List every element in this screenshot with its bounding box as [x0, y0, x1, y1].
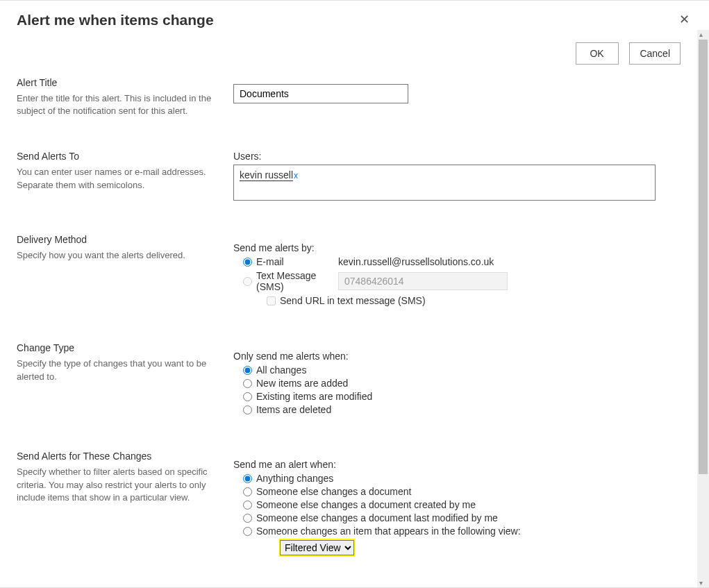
delivery-email-value: kevin.russell@russellsolutions.co.uk — [338, 256, 494, 267]
section-change-type: Change Type Specify the type of changes … — [17, 342, 681, 417]
alert-title-heading: Alert Title — [17, 77, 217, 88]
section-send-to: Send Alerts To You can enter user names … — [17, 151, 681, 201]
scrollbar-down-icon[interactable]: ▾ — [699, 579, 703, 587]
delivery-email-radio[interactable] — [243, 258, 252, 267]
vertical-scrollbar[interactable]: ▴ ▾ — [697, 30, 709, 587]
alertfor-someone-else-radio[interactable] — [243, 487, 252, 496]
alertfor-inview-label: Someone changes an item that appears in … — [256, 526, 521, 537]
alert-for-label: Send me an alert when: — [233, 459, 681, 470]
delivery-sms-label: Text Message (SMS) — [256, 270, 338, 292]
delivery-desc: Specify how you want the alerts delivere… — [17, 249, 217, 262]
dialog-button-row: OK Cancel — [17, 38, 681, 77]
alert-dialog: Alert me when items change ✕ OK Cancel A… — [0, 0, 709, 588]
dialog-body: OK Cancel Alert Title Enter the title fo… — [0, 30, 697, 587]
users-people-picker[interactable]: kevin russellx — [233, 165, 656, 201]
change-modified-label: Existing items are modified — [256, 391, 372, 402]
change-all-label: All changes — [256, 364, 306, 376]
send-to-desc: You can enter user names or e-mail addre… — [17, 166, 217, 191]
delivery-sms-input — [338, 272, 508, 290]
change-type-label: Only send me alerts when: — [233, 351, 681, 362]
cancel-button[interactable]: Cancel — [629, 42, 681, 65]
delivery-sms-radio[interactable] — [243, 277, 252, 286]
delivery-label: Send me alerts by: — [233, 242, 681, 253]
dialog-header: Alert me when items change ✕ — [0, 1, 709, 30]
send-to-heading: Send Alerts To — [17, 151, 217, 162]
alertfor-created-label: Someone else changes a document created … — [256, 499, 476, 510]
delivery-heading: Delivery Method — [17, 234, 217, 245]
close-icon[interactable]: ✕ — [676, 9, 692, 30]
scrollbar-up-icon[interactable]: ▴ — [699, 31, 703, 38]
alertfor-inview-radio[interactable] — [243, 527, 252, 536]
view-select-dropdown[interactable]: Filtered View — [280, 540, 354, 555]
change-added-label: New items are added — [256, 378, 348, 389]
alert-for-desc: Specify whether to filter alerts based o… — [17, 466, 217, 504]
alert-title-desc: Enter the title for this alert. This is … — [17, 92, 217, 117]
alertfor-modified-radio[interactable] — [243, 514, 252, 523]
section-alert-for: Send Alerts for These Changes Specify wh… — [17, 451, 681, 557]
change-added-radio[interactable] — [243, 379, 252, 388]
users-label: Users: — [233, 151, 681, 162]
alertfor-someone-else-label: Someone else changes a document — [256, 486, 411, 497]
change-type-heading: Change Type — [17, 342, 217, 353]
alert-for-heading: Send Alerts for These Changes — [17, 451, 217, 462]
change-modified-radio[interactable] — [243, 392, 252, 401]
change-type-desc: Specify the type of changes that you wan… — [17, 358, 217, 383]
dialog-title: Alert me when items change — [17, 9, 214, 28]
section-delivery: Delivery Method Specify how you want the… — [17, 234, 681, 309]
scrollbar-thumb[interactable] — [699, 40, 708, 474]
send-url-label: Send URL in text message (SMS) — [280, 295, 426, 306]
change-deleted-label: Items are deleted — [256, 404, 331, 415]
alertfor-anything-label: Anything changes — [256, 473, 333, 484]
send-url-checkbox[interactable] — [267, 296, 276, 305]
remove-user-icon[interactable]: x — [294, 171, 298, 180]
alertfor-created-radio[interactable] — [243, 501, 252, 510]
section-alert-title: Alert Title Enter the title for this ale… — [17, 77, 681, 117]
ok-button[interactable]: OK — [576, 42, 619, 65]
user-chip[interactable]: kevin russell — [240, 169, 293, 181]
view-select-highlight: Filtered View — [279, 539, 355, 557]
change-deleted-radio[interactable] — [243, 405, 252, 414]
change-all-radio[interactable] — [243, 366, 252, 375]
alertfor-modified-label: Someone else changes a document last mod… — [256, 512, 498, 523]
alert-title-input[interactable] — [233, 84, 408, 103]
delivery-email-label: E-mail — [256, 256, 338, 267]
alertfor-anything-radio[interactable] — [243, 474, 252, 483]
